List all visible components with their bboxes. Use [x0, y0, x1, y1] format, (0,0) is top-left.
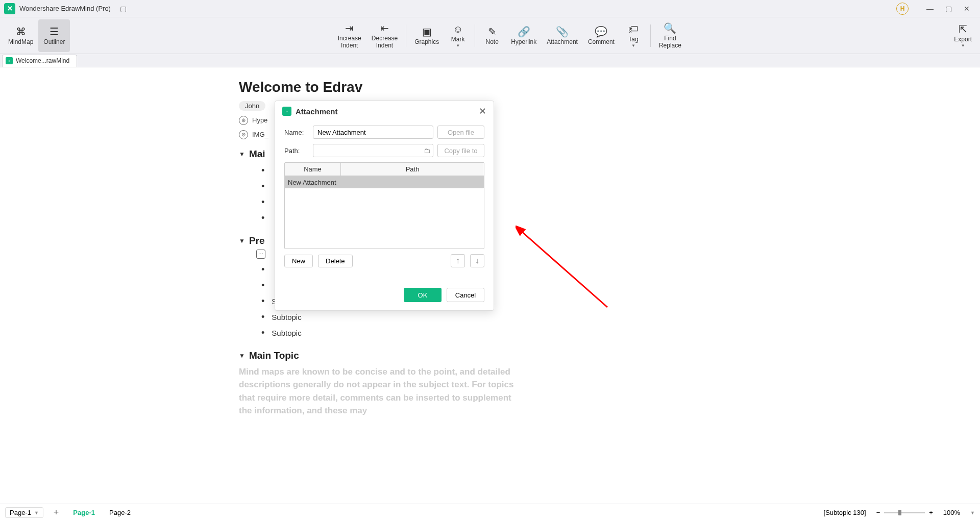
hyperlink-icon: 🔗 [518, 26, 530, 38]
export-icon: ⇱ [959, 23, 967, 35]
caret-down-icon[interactable]: ▼ [239, 151, 245, 158]
doc-tab-label: Welcome...rawMind [16, 57, 69, 64]
row-path-cell [341, 176, 347, 188]
path-input[interactable] [313, 144, 433, 157]
chevron-down-icon: ▼ [34, 510, 39, 515]
app-logo-icon: ✕ [4, 3, 15, 14]
chevron-down-icon[interactable]: ▼ [970, 510, 975, 515]
doc-tab-icon: ▫ [6, 57, 13, 64]
user-avatar[interactable]: H [896, 3, 909, 15]
move-up-button[interactable]: ↑ [451, 254, 465, 267]
document-tab[interactable]: ▫ Welcome...rawMind [2, 55, 77, 67]
titlebar: ✕ Wondershare EdrawMind (Pro) ▢ H — ▢ ✕ [0, 0, 980, 17]
mark-icon: ☺ [453, 23, 463, 35]
globe-icon: ⊕ [239, 116, 248, 125]
dialog-close-button[interactable]: ✕ [479, 106, 486, 117]
mindmap-icon: ⌘ [16, 26, 26, 38]
outliner-button[interactable]: ☰ Outliner [38, 19, 70, 52]
increase-indent-icon: ⇥ [345, 22, 354, 34]
name-input[interactable] [313, 126, 433, 139]
decrease-indent-button[interactable]: ⇤ Decrease Indent [366, 19, 403, 52]
topic-header-3[interactable]: ▼ Main Topic [239, 350, 545, 361]
attachment-button[interactable]: 📎 Attachment [542, 19, 583, 52]
note-button[interactable]: ✎ Note [478, 19, 506, 52]
author-tag[interactable]: John [239, 101, 265, 111]
col-path-header[interactable]: Path [341, 163, 484, 176]
comment-button[interactable]: 💬 Comment [583, 19, 620, 52]
app-title: Wondershare EdrawMind (Pro) [19, 5, 111, 12]
new-button[interactable]: New [284, 255, 313, 267]
subtopic-count: [Subtopic 130] [824, 509, 866, 516]
open-file-button[interactable]: Open file [437, 126, 484, 139]
zoom-value[interactable]: 100% [943, 509, 960, 516]
close-window-button[interactable]: ✕ [958, 2, 976, 16]
link-icon: ⊘ [239, 130, 248, 139]
save-icon[interactable]: ▢ [120, 5, 127, 13]
dialog-app-icon: ▫ [282, 107, 291, 116]
topic-description: Mind maps are known to be concise and to… [239, 365, 525, 417]
graphics-button[interactable]: ▣ Graphics [409, 19, 444, 52]
attachment-icon: 📎 [556, 26, 569, 38]
mindmap-button[interactable]: ⌘ MindMap [3, 19, 38, 52]
hyperlink-button[interactable]: 🔗 Hyperlink [506, 19, 542, 52]
zoom-in-button[interactable]: + [929, 509, 933, 516]
page-tab-2[interactable]: Page-2 [109, 509, 131, 516]
statusbar: Page-1 ▼ + Page-1 Page-2 [Subtopic 130] … [0, 504, 980, 521]
folder-icon[interactable]: 🗀 [424, 147, 430, 155]
row-name-cell: New Attachment [285, 176, 341, 188]
chevron-down-icon: ▼ [961, 43, 965, 48]
maximize-button[interactable]: ▢ [939, 2, 958, 16]
find-icon: 🔍 [664, 22, 676, 34]
comment-icon: 💬 [595, 26, 607, 38]
chevron-down-icon: ▼ [456, 43, 460, 48]
tag-icon: 🏷 [628, 23, 639, 35]
page-tab-1[interactable]: Page-1 [73, 509, 95, 516]
outliner-icon: ☰ [50, 26, 59, 38]
caret-down-icon[interactable]: ▼ [239, 237, 245, 244]
chevron-down-icon: ▼ [631, 43, 635, 48]
delete-button[interactable]: Delete [318, 255, 353, 267]
col-name-header[interactable]: Name [285, 163, 341, 176]
attachment-dialog: ▫ Attachment ✕ Name: Open file Path: 🗀 C… [275, 101, 494, 311]
caret-down-icon[interactable]: ▼ [239, 352, 245, 359]
name-label: Name: [284, 129, 309, 136]
add-page-button[interactable]: + [54, 507, 59, 518]
cancel-button[interactable]: Cancel [447, 288, 484, 302]
comment-indicator-icon[interactable]: ⋯ [256, 250, 265, 259]
subtopic-item[interactable]: Subtopic [261, 309, 545, 325]
minimize-button[interactable]: — [921, 2, 939, 16]
toolbar: ⌘ MindMap ☰ Outliner ⇥ Increase Indent ⇤… [0, 17, 980, 54]
ok-button[interactable]: OK [404, 288, 442, 302]
table-row[interactable]: New Attachment [285, 176, 484, 188]
find-replace-button[interactable]: 🔍 Find Replace [654, 19, 687, 52]
note-icon: ✎ [488, 26, 497, 38]
mark-button[interactable]: ☺ Mark ▼ [444, 19, 472, 52]
page-selector[interactable]: Page-1 ▼ [5, 507, 43, 518]
graphics-icon: ▣ [422, 26, 432, 38]
increase-indent-button[interactable]: ⇥ Increase Indent [333, 19, 366, 52]
zoom-slider[interactable] [884, 512, 925, 513]
copy-file-button[interactable]: Copy file to [437, 144, 484, 157]
path-label: Path: [284, 147, 309, 155]
outline-title[interactable]: Welcome to Edrav [239, 79, 545, 96]
export-button[interactable]: ⇱ Export ▼ [949, 19, 977, 52]
zoom-out-button[interactable]: − [876, 509, 880, 516]
document-tabbar: ▫ Welcome...rawMind [0, 54, 980, 67]
decrease-indent-icon: ⇤ [380, 22, 389, 34]
subtopic-item[interactable]: Subtopic [261, 325, 545, 341]
attachment-table: Name Path New Attachment [284, 162, 484, 249]
tag-button[interactable]: 🏷 Tag ▼ [620, 19, 647, 52]
move-down-button[interactable]: ↓ [470, 254, 484, 267]
zoom-control: − + [876, 509, 933, 516]
dialog-title: Attachment [296, 107, 479, 116]
